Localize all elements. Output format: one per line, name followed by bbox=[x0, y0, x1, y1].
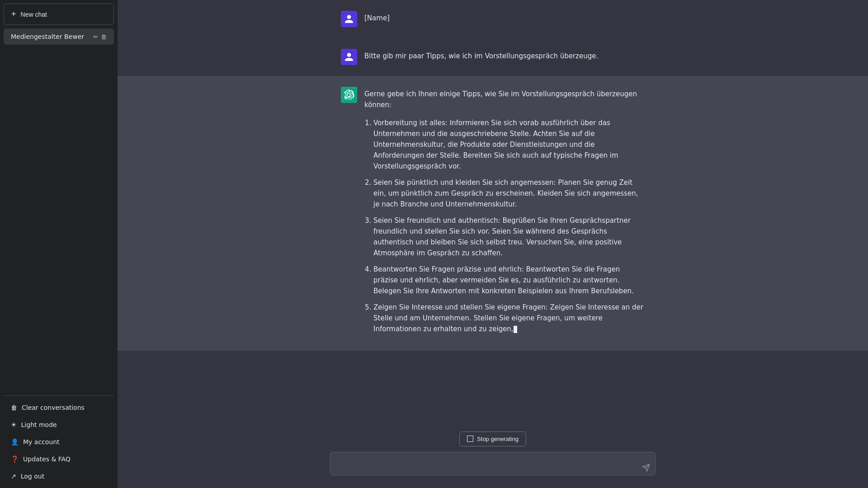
logout-icon: ↗ bbox=[11, 473, 16, 480]
chat-history-item[interactable]: Mediengestalter Bewer ✏ 🗑 bbox=[4, 28, 114, 45]
user-message-inner: Bitte gib mir paar Tipps, wie ich im Vor… bbox=[330, 49, 656, 65]
truncated-message-content: [Name] bbox=[364, 11, 645, 27]
sidebar-item-my-account[interactable]: 👤 My account bbox=[4, 434, 114, 450]
new-chat-label: New chat bbox=[21, 11, 47, 18]
user-avatar bbox=[341, 11, 357, 27]
trash-icon: 🗑 bbox=[11, 404, 17, 411]
chat-item-actions: ✏ 🗑 bbox=[93, 33, 107, 40]
light-mode-label: Light mode bbox=[21, 421, 57, 428]
chat-item-title: Mediengestalter Bewer bbox=[11, 33, 93, 40]
edit-icon[interactable]: ✏ bbox=[93, 33, 98, 40]
stop-generating-button[interactable]: Stop generating bbox=[459, 432, 526, 446]
tip-1: Vorbereitung ist alles: Informieren Sie … bbox=[373, 117, 645, 172]
sidebar-bottom: 🗑 Clear conversations ☀ Light mode 👤 My … bbox=[4, 395, 114, 484]
user-avatar-2 bbox=[341, 49, 357, 65]
send-icon bbox=[642, 464, 650, 472]
assistant-message-inner: Gerne gebe ich Ihnen einige Tipps, wie S… bbox=[330, 87, 656, 340]
stop-icon bbox=[467, 436, 473, 442]
tip-4: Beantworten Sie Fragen präzise und ehrli… bbox=[373, 264, 645, 296]
tip-5: Zeigen Sie Interesse und stellen Sie eig… bbox=[373, 302, 645, 334]
chat-history: Mediengestalter Bewer ✏ 🗑 bbox=[4, 28, 114, 395]
chat-input[interactable] bbox=[330, 452, 656, 476]
help-icon: ❓ bbox=[11, 455, 19, 463]
updates-faq-label: Updates & FAQ bbox=[23, 455, 71, 463]
stop-label: Stop generating bbox=[477, 436, 519, 442]
tip-3: Seien Sie freundlich und authentisch: Be… bbox=[373, 215, 645, 258]
my-account-label: My account bbox=[23, 438, 60, 446]
input-wrapper bbox=[330, 452, 656, 478]
gpt-avatar bbox=[341, 87, 357, 103]
truncated-message-inner: [Name] bbox=[330, 11, 656, 27]
user-message-content: Bitte gib mir paar Tipps, wie ich im Vor… bbox=[364, 49, 645, 65]
sidebar-item-log-out[interactable]: ↗ Log out bbox=[4, 468, 114, 484]
truncated-message-row: [Name] bbox=[118, 0, 868, 38]
main-content: [Name] Bitte gib mir paar Tipps, wie ich… bbox=[118, 0, 868, 488]
sidebar-item-light-mode[interactable]: ☀ Light mode bbox=[4, 417, 114, 433]
sidebar-item-updates-faq[interactable]: ❓ Updates & FAQ bbox=[4, 451, 114, 467]
gpt-logo-icon bbox=[344, 89, 354, 100]
user-silhouette-icon-2 bbox=[344, 52, 354, 62]
assistant-message-row: Gerne gebe ich Ihnen einige Tipps, wie S… bbox=[118, 76, 868, 351]
tip-2: Seien Sie pünktlich und kleiden Sie sich… bbox=[373, 177, 645, 210]
clear-conversations-label: Clear conversations bbox=[22, 404, 85, 411]
new-chat-button[interactable]: + New chat bbox=[4, 4, 114, 25]
user-silhouette-icon bbox=[344, 14, 354, 24]
sidebar-item-clear-conversations[interactable]: 🗑 Clear conversations bbox=[4, 399, 114, 416]
send-button[interactable] bbox=[642, 464, 650, 472]
input-area: Stop generating bbox=[118, 424, 868, 488]
log-out-label: Log out bbox=[21, 473, 44, 480]
truncated-name-label: [Name] bbox=[364, 14, 390, 22]
delete-icon[interactable]: 🗑 bbox=[101, 33, 107, 40]
user-icon: 👤 bbox=[11, 438, 19, 446]
assistant-message-content: Gerne gebe ich Ihnen einige Tipps, wie S… bbox=[364, 87, 645, 340]
chat-area: [Name] Bitte gib mir paar Tipps, wie ich… bbox=[118, 0, 868, 424]
sun-icon: ☀ bbox=[11, 421, 17, 428]
assistant-intro-text: Gerne gebe ich Ihnen einige Tipps, wie S… bbox=[364, 89, 645, 110]
plus-icon: + bbox=[11, 9, 16, 19]
user-message-text: Bitte gib mir paar Tipps, wie ich im Vor… bbox=[364, 52, 598, 60]
tips-list: Vorbereitung ist alles: Informieren Sie … bbox=[364, 117, 645, 334]
sidebar: + New chat Mediengestalter Bewer ✏ 🗑 🗑 C… bbox=[0, 0, 118, 488]
user-message-row: Bitte gib mir paar Tipps, wie ich im Vor… bbox=[118, 38, 868, 76]
typing-cursor bbox=[514, 326, 517, 333]
